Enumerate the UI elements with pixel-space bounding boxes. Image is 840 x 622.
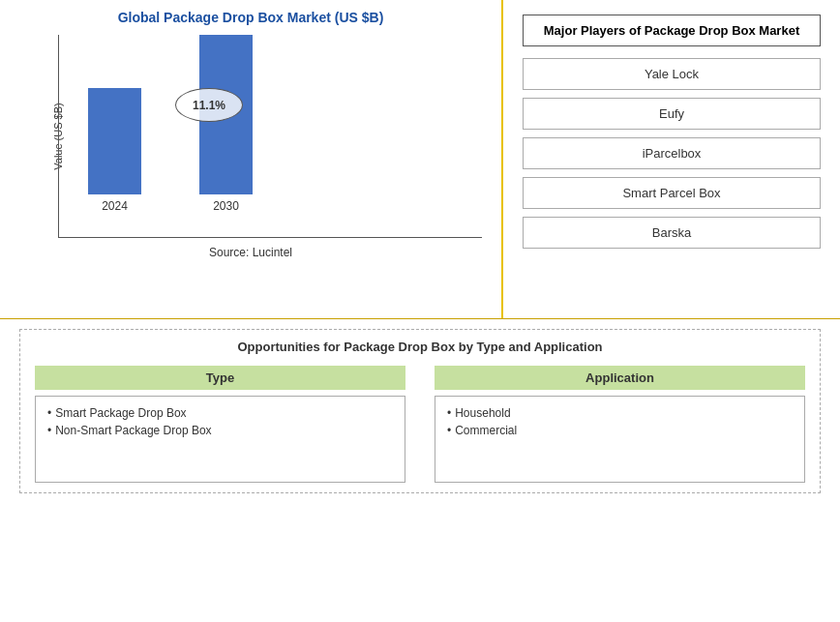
- bullet-2: •: [47, 424, 51, 437]
- bar-label-2024: 2024: [102, 199, 128, 213]
- opportunities-title: Opportunities for Package Drop Box by Ty…: [35, 340, 805, 354]
- players-title: Major Players of Package Drop Box Market: [523, 15, 821, 46]
- bullet-1: •: [47, 406, 51, 420]
- cagr-value: 11.1%: [193, 99, 225, 112]
- bar-2024: [88, 88, 141, 194]
- opp-item-nonsmart: • Non-Smart Package Drop Box: [47, 424, 393, 437]
- bar-group-2030: 2030: [199, 35, 253, 213]
- opp-item-nonsmart-text: Non-Smart Package Drop Box: [55, 424, 211, 437]
- bar-label-2030: 2030: [213, 199, 239, 213]
- opp-header-application: Application: [435, 366, 805, 390]
- opp-content-application: • Household • Commercial: [435, 396, 805, 483]
- opp-column-application: Application • Household • Commercial: [435, 366, 805, 483]
- chart-title: Global Package Drop Box Market (US $B): [19, 10, 482, 25]
- opp-item-household: • Household: [447, 406, 793, 420]
- chart-area: Global Package Drop Box Market (US $B) V…: [0, 0, 503, 318]
- top-section: Global Package Drop Box Market (US $B) V…: [0, 0, 840, 319]
- opp-columns: Type • Smart Package Drop Box • Non-Smar…: [35, 366, 805, 483]
- opp-column-type: Type • Smart Package Drop Box • Non-Smar…: [35, 366, 405, 483]
- bar-group-2024: 2024: [88, 88, 141, 213]
- opportunities-box: Opportunities for Package Drop Box by Ty…: [19, 329, 821, 493]
- bullet-3: •: [447, 406, 451, 420]
- players-area: Major Players of Package Drop Box Market…: [503, 0, 840, 318]
- opp-item-smart: • Smart Package Drop Box: [47, 406, 393, 420]
- player-item-yale: Yale Lock: [523, 58, 821, 90]
- cagr-ellipse: 11.1%: [175, 88, 243, 122]
- bullet-4: •: [447, 424, 451, 437]
- player-item-iparcelbox: iParcelbox: [523, 137, 821, 169]
- bars-area: 11.1% 2024 2030: [58, 35, 482, 238]
- player-item-barska: Barska: [523, 217, 821, 249]
- player-item-eufy: Eufy: [523, 98, 821, 130]
- opp-header-type: Type: [35, 366, 405, 390]
- bottom-section: Opportunities for Package Drop Box by Ty…: [0, 319, 840, 503]
- player-item-smartparcel: Smart Parcel Box: [523, 177, 821, 209]
- opp-item-commercial-text: Commercial: [455, 424, 517, 437]
- chart-container: Value (US $B) 11.1% 2024 2030: [58, 35, 482, 238]
- opp-item-household-text: Household: [455, 406, 510, 420]
- opp-item-commercial: • Commercial: [447, 424, 793, 437]
- source-text: Source: Lucintel: [19, 246, 482, 259]
- cagr-container: 11.1%: [175, 88, 243, 122]
- opp-item-smart-text: Smart Package Drop Box: [55, 406, 186, 420]
- opp-content-type: • Smart Package Drop Box • Non-Smart Pac…: [35, 396, 405, 483]
